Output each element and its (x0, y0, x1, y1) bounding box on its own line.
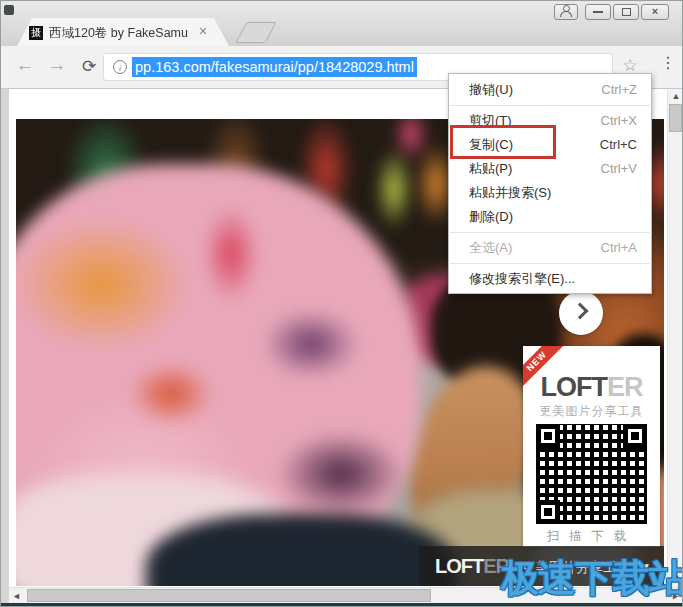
menu-item-delete[interactable]: 删除(D) (449, 205, 651, 229)
url-selected-text: pp.163.com/fakesamurai/pp/18428029.html (132, 57, 417, 77)
title-bar: 摄 西域120卷 by FakeSamu × × (1, 1, 682, 46)
tab-title: 西域120卷 by FakeSamu (49, 25, 189, 41)
maximize-icon (622, 8, 631, 16)
vertical-scroll-thumb[interactable] (669, 104, 682, 132)
lofter-qr-card: NEW LOFTER 更美图片分享工具 扫描下载 (523, 346, 660, 547)
scan-download-label: 扫描下载 (523, 528, 660, 545)
page-info-icon[interactable]: i (113, 60, 127, 74)
chevron-right-icon (572, 303, 589, 320)
photo-dark-coat (146, 514, 456, 586)
menu-separator (450, 232, 650, 233)
browser-tab[interactable]: 摄 西域120卷 by FakeSamu × (17, 18, 229, 46)
lofter-logo: LOFTER (523, 372, 660, 403)
back-icon[interactable]: ← (13, 54, 37, 76)
menu-item-label: 删除(D) (469, 209, 513, 224)
menu-item-select-all[interactable]: 全选(A)Ctrl+A (449, 236, 651, 260)
window-system-icon (4, 5, 14, 15)
next-photo-button[interactable] (559, 291, 603, 335)
maximize-button[interactable] (613, 4, 639, 20)
chrome-menu-icon[interactable]: ⋮ (656, 53, 680, 72)
close-button[interactable]: × (641, 4, 669, 20)
qr-finder-icon (536, 424, 560, 448)
menu-separator (450, 105, 650, 106)
menu-shortcut: Ctrl+A (601, 236, 637, 260)
new-tab-button[interactable] (235, 22, 276, 43)
lofter-bar-logo: LOFTER (435, 555, 509, 578)
menu-shortcut: Ctrl+V (601, 157, 637, 181)
vertical-scrollbar[interactable]: ▲ ▼ (667, 89, 683, 587)
menu-shortcut: Ctrl+Z (601, 78, 637, 102)
menu-shortcut: Ctrl+C (600, 133, 637, 157)
context-menu: 撤销(U)Ctrl+Z 剪切(T)Ctrl+X 复制(C)Ctrl+C 粘贴(P… (448, 73, 652, 294)
reload-icon[interactable]: ⟳ (77, 56, 101, 77)
qr-finder-icon (623, 424, 647, 448)
qr-finder-icon (536, 500, 560, 524)
forward-icon[interactable]: → (45, 54, 69, 76)
menu-item-label: 全选(A) (469, 240, 512, 255)
scroll-up-icon[interactable]: ▲ (668, 91, 683, 101)
minimize-icon (593, 11, 603, 14)
tab-close-icon[interactable]: × (195, 24, 211, 40)
person-icon (560, 5, 572, 16)
menu-item-label: 撤销(U) (469, 82, 513, 97)
scroll-left-icon[interactable]: ◄ (12, 591, 21, 601)
profile-button[interactable] (554, 4, 578, 20)
qr-code (536, 424, 647, 524)
menu-shortcut: Ctrl+X (601, 109, 637, 133)
menu-item-paste-and-search[interactable]: 粘贴并搜索(S) (449, 181, 651, 205)
menu-item-label: 粘贴并搜索(S) (469, 185, 551, 200)
menu-separator (450, 263, 650, 264)
menu-item-paste[interactable]: 粘贴(P)Ctrl+V (449, 157, 651, 181)
copy-highlight-box (450, 125, 556, 159)
site-watermark: 极速下载站 (501, 553, 683, 604)
menu-item-label: 粘贴(P) (469, 161, 512, 176)
browser-window: 摄 西域120卷 by FakeSamu × × ← → ⟳ i pp.163.… (0, 0, 683, 607)
menu-item-undo[interactable]: 撤销(U)Ctrl+Z (449, 78, 651, 102)
lofter-tagline: 更美图片分享工具 (523, 403, 660, 420)
horizontal-scroll-thumb[interactable] (27, 589, 431, 602)
menu-item-label: 修改搜索引擎(E)... (469, 271, 575, 286)
menu-item-edit-search-engines[interactable]: 修改搜索引擎(E)... (449, 267, 651, 291)
minimize-button[interactable] (585, 4, 611, 20)
tab-favicon: 摄 (29, 26, 43, 40)
